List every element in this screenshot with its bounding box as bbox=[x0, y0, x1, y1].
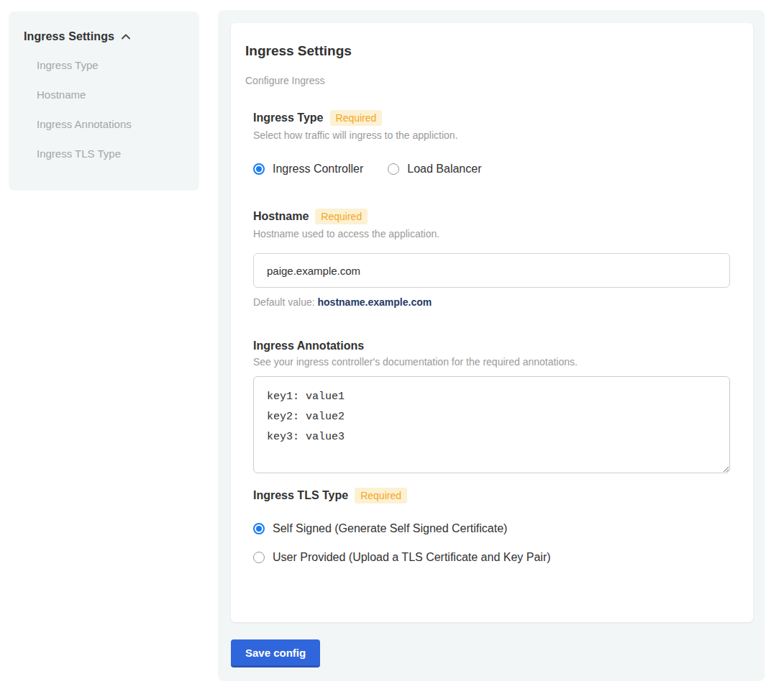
radio-label: User Provided (Upload a TLS Certificate … bbox=[273, 551, 551, 564]
hostname-input[interactable] bbox=[253, 253, 730, 288]
sidebar-group-ingress-settings[interactable]: Ingress Settings bbox=[24, 30, 185, 43]
radio-unselected-icon[interactable] bbox=[388, 163, 399, 175]
sidebar-group-title: Ingress Settings bbox=[24, 30, 114, 43]
field-hostname: Hostname Required Hostname used to acces… bbox=[253, 209, 730, 308]
radio-label: Ingress Controller bbox=[273, 163, 363, 176]
required-badge: Required bbox=[355, 488, 407, 504]
sidebar-item-hostname[interactable]: Hostname bbox=[37, 88, 185, 101]
page-title: Ingress Settings bbox=[245, 43, 730, 59]
ingress-annotations-textarea[interactable]: key1: value1 key2: value2 key3: value3 bbox=[253, 376, 730, 473]
config-card: Ingress Settings Configure Ingress Ingre… bbox=[231, 23, 753, 622]
ingress-annotations-description: See your ingress controller's documentat… bbox=[253, 356, 730, 368]
default-value-text: hostname.example.com bbox=[318, 296, 432, 308]
ingress-tls-type-label: Ingress TLS Type bbox=[253, 489, 348, 502]
sidebar-item-ingress-tls-type[interactable]: Ingress TLS Type bbox=[37, 147, 185, 160]
radio-option-user-provided[interactable]: User Provided (Upload a TLS Certificate … bbox=[253, 551, 730, 564]
ingress-tls-type-radio-group: Self Signed (Generate Self Signed Certif… bbox=[253, 522, 730, 564]
radio-selected-icon[interactable] bbox=[253, 163, 265, 175]
default-value-label: Default value: bbox=[253, 296, 315, 308]
hostname-description: Hostname used to access the application. bbox=[253, 228, 730, 240]
ingress-type-radio-group: Ingress Controller Load Balancer bbox=[253, 163, 730, 176]
sidebar-item-ingress-type[interactable]: Ingress Type bbox=[37, 59, 185, 71]
radio-option-self-signed[interactable]: Self Signed (Generate Self Signed Certif… bbox=[253, 522, 730, 535]
hostname-label: Hostname bbox=[253, 210, 309, 223]
ingress-annotations-label: Ingress Annotations bbox=[253, 340, 364, 352]
sidebar-item-ingress-annotations[interactable]: Ingress Annotations bbox=[37, 118, 185, 130]
page-subtitle: Configure Ingress bbox=[245, 75, 730, 86]
config-panel-container: Ingress Settings Configure Ingress Ingre… bbox=[218, 10, 765, 681]
radio-label: Load Balancer bbox=[407, 163, 481, 176]
required-badge: Required bbox=[330, 110, 383, 126]
hostname-default-line: Default value: hostname.example.com bbox=[253, 296, 730, 308]
save-config-button[interactable]: Save config bbox=[231, 639, 320, 668]
chevron-up-icon[interactable] bbox=[120, 31, 132, 42]
field-ingress-annotations: Ingress Annotations See your ingress con… bbox=[253, 340, 730, 473]
sidebar-item-list: Ingress Type Hostname Ingress Annotation… bbox=[37, 59, 185, 160]
config-page: Ingress Settings Ingress Type Hostname I… bbox=[0, 0, 784, 697]
radio-option-load-balancer[interactable]: Load Balancer bbox=[388, 163, 481, 176]
radio-selected-icon[interactable] bbox=[253, 523, 265, 534]
radio-option-ingress-controller[interactable]: Ingress Controller bbox=[253, 163, 363, 176]
ingress-type-description: Select how traffic will ingress to the a… bbox=[253, 129, 730, 141]
ingress-type-label: Ingress Type bbox=[253, 111, 324, 124]
config-sidebar: Ingress Settings Ingress Type Hostname I… bbox=[9, 12, 199, 191]
field-ingress-tls-type: Ingress TLS Type Required Self Signed (G… bbox=[253, 488, 730, 564]
field-ingress-type: Ingress Type Required Select how traffic… bbox=[253, 110, 730, 176]
required-badge: Required bbox=[315, 209, 368, 224]
radio-label: Self Signed (Generate Self Signed Certif… bbox=[273, 522, 507, 535]
radio-unselected-icon[interactable] bbox=[253, 552, 265, 563]
